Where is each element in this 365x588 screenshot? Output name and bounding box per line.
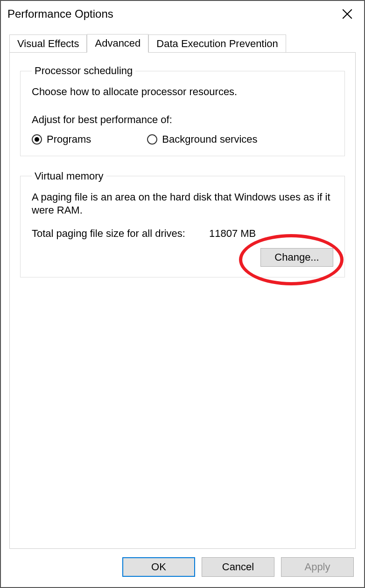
group-legend-vm: Virtual memory xyxy=(32,170,106,182)
dialog-footer: OK Cancel Apply xyxy=(1,549,364,587)
processor-desc: Choose how to allocate processor resourc… xyxy=(32,85,333,99)
performance-options-dialog: Performance Options Visual Effects Advan… xyxy=(0,0,365,588)
group-processor-scheduling: Processor scheduling Choose how to alloc… xyxy=(20,65,345,156)
radio-programs[interactable]: Programs xyxy=(32,133,91,145)
processor-sub: Adjust for best performance of: xyxy=(32,114,333,126)
tab-panel-advanced: Processor scheduling Choose how to alloc… xyxy=(9,52,356,549)
radio-label-programs: Programs xyxy=(47,133,91,145)
radio-label-background: Background services xyxy=(162,133,257,145)
vm-desc: A paging file is an area on the hard dis… xyxy=(32,191,333,217)
change-button[interactable]: Change... xyxy=(260,248,333,267)
tab-visual-effects[interactable]: Visual Effects xyxy=(9,35,87,53)
vm-total-value: 11807 MB xyxy=(209,228,256,240)
vm-total-label: Total paging file size for all drives: xyxy=(32,228,209,240)
radio-icon xyxy=(147,134,157,145)
titlebar: Performance Options xyxy=(1,1,364,27)
ok-button[interactable]: OK xyxy=(122,557,195,577)
close-icon xyxy=(341,8,353,20)
close-button[interactable] xyxy=(337,4,358,24)
window-title: Performance Options xyxy=(7,7,113,21)
tab-advanced[interactable]: Advanced xyxy=(87,34,148,53)
vm-button-row: Change... xyxy=(32,248,333,267)
group-legend-processor: Processor scheduling xyxy=(32,65,135,77)
vm-total-row: Total paging file size for all drives: 1… xyxy=(32,228,333,240)
cancel-button[interactable]: Cancel xyxy=(202,557,274,577)
radio-background-services[interactable]: Background services xyxy=(147,133,257,145)
processor-radio-row: Programs Background services xyxy=(32,133,333,145)
radio-icon xyxy=(32,134,42,145)
group-virtual-memory: Virtual memory A paging file is an area … xyxy=(20,170,345,277)
tab-strip: Visual Effects Advanced Data Execution P… xyxy=(1,34,364,52)
tab-dep[interactable]: Data Execution Prevention xyxy=(148,35,286,53)
apply-button[interactable]: Apply xyxy=(281,557,354,577)
